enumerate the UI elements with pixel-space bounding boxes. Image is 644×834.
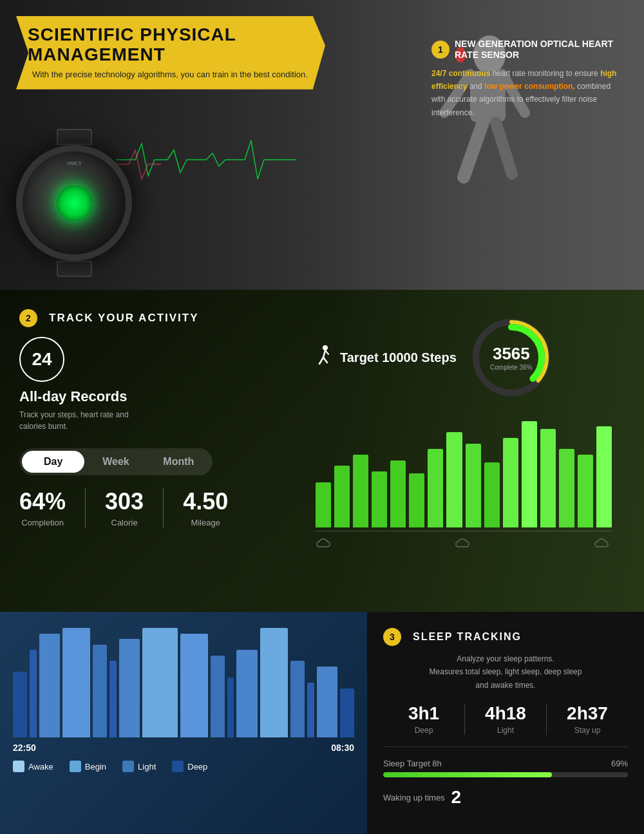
light-label: Light <box>465 726 546 735</box>
sleep-bar-16 <box>317 667 338 738</box>
sensor-badge: 1 <box>431 41 450 59</box>
steps-ring: 3565 Complete 36% <box>469 316 553 399</box>
steps-section: Target 10000 Steps 3565 Complete 36% <box>316 316 612 399</box>
sleep-progress-fill <box>383 772 552 777</box>
legend-deep-label: Deep <box>187 762 207 772</box>
waking-label: Waking up times <box>383 793 445 802</box>
sleep-bar-1 <box>13 672 27 737</box>
sleep-bar-15 <box>307 683 314 737</box>
cloud-icon-3 <box>594 536 612 549</box>
sleep-stat-stayup: 2h37 Stay up <box>547 703 628 735</box>
sleep-time-end: 08:30 <box>331 743 354 753</box>
sleep-bar-12 <box>236 650 258 737</box>
sleep-chart-panel: 22:50 08:30 Awake Begin Light Deep <box>0 612 367 834</box>
hero-subtitle: With the precise technology algorithms, … <box>28 69 312 81</box>
svg-line-2 <box>464 122 483 177</box>
sleep-bar-5 <box>93 645 107 738</box>
steps-label-area: Target 10000 Steps <box>316 345 457 370</box>
sensor-title: NEW GENERATION OPTICAL HEART RATE SENSOR <box>455 39 618 61</box>
sleep-bar-13 <box>260 628 288 737</box>
allday-title: All-day Records <box>19 388 238 405</box>
bar-13 <box>540 429 556 527</box>
activity-content: 2 TRACK YOUR ACTIVITY 24 All-day Records… <box>19 309 625 527</box>
sleep-bar-7 <box>119 639 140 737</box>
activity-right: Target 10000 Steps 3565 Complete 36% <box>316 316 612 549</box>
hours-circle: 24 <box>19 337 64 382</box>
svg-line-9 <box>319 357 323 364</box>
sleep-section: 22:50 08:30 Awake Begin Light Deep <box>0 612 644 834</box>
legend-light-label: Light <box>138 762 156 772</box>
sleep-stat-deep: 3h1 Deep <box>383 703 465 735</box>
heartbeat-line <box>116 137 296 182</box>
sleep-header: 3 SLEEP TRACKING <box>383 628 628 646</box>
sleep-bar-10 <box>211 656 225 738</box>
bar-3 <box>353 455 368 527</box>
calorie-value: 303 <box>105 488 144 515</box>
activity-bar-chart <box>316 415 612 531</box>
sleep-bar-4 <box>62 628 90 737</box>
bar-14 <box>559 449 574 527</box>
sleep-bar-2 <box>30 650 37 737</box>
cloud-icon-1 <box>316 536 334 549</box>
sleep-description: Analyze your sleep patterns. Measures to… <box>383 652 628 692</box>
svg-line-11 <box>325 350 328 354</box>
allday-desc: Track your steps, heart rate and calorie… <box>19 409 148 432</box>
sleep-target-label: Sleep Target 8h <box>383 759 442 768</box>
completion-value: 64% <box>19 488 66 515</box>
bar-8 <box>446 432 462 527</box>
stat-calorie: 303 Calorie <box>86 488 164 527</box>
watch-band-top <box>57 129 92 145</box>
tab-month[interactable]: Month <box>147 451 210 473</box>
sleep-info-panel: 3 SLEEP TRACKING Analyze your sleep patt… <box>367 612 644 834</box>
legend-deep-dot <box>172 761 184 772</box>
sleep-target-pct: 69% <box>611 759 628 768</box>
sleep-bar-17 <box>340 688 354 738</box>
activity-badge: 2 <box>19 309 37 327</box>
sleep-bars-container <box>13 628 354 737</box>
stayup-label: Stay up <box>547 726 628 735</box>
mileage-value: 4.50 <box>183 488 228 515</box>
deep-value: 3h1 <box>383 703 464 724</box>
legend-deep: Deep <box>172 761 207 772</box>
cloud-icon-2 <box>455 536 473 549</box>
bar-5 <box>390 460 406 527</box>
legend-awake-label: Awake <box>28 762 53 772</box>
legend-begin: Begin <box>70 761 106 772</box>
chart-icons <box>316 536 612 549</box>
sensor-info-box: 1 NEW GENERATION OPTICAL HEART RATE SENS… <box>431 39 618 119</box>
watch-face: VIBE 5 <box>16 145 132 261</box>
tab-day[interactable]: Day <box>22 451 84 473</box>
heart-rate-sensor <box>57 185 92 221</box>
sensor-description: 24/7 continuous heart rate monitoring to… <box>431 67 618 120</box>
sleep-badge: 3 <box>383 628 401 646</box>
tab-week[interactable]: Week <box>84 451 147 473</box>
stat-mileage: 4.50 Mileage <box>164 488 247 527</box>
bar-1 <box>316 482 331 527</box>
ring-inner-content: 3565 Complete 36% <box>469 316 553 399</box>
watch-band-bottom <box>57 261 92 277</box>
sleep-time-start: 22:50 <box>13 743 36 753</box>
hero-main-title: SCIENTIFIC PHYSICAL MANAGEMENT <box>28 25 312 65</box>
bar-11 <box>503 438 518 527</box>
period-tabs: Day Week Month <box>19 448 213 475</box>
sleep-bar-6 <box>109 661 117 737</box>
bar-10 <box>484 462 500 527</box>
sleep-stats-row: 3h1 Deep 4h18 Light 2h37 Stay up <box>383 703 628 747</box>
sleep-bar-14 <box>290 661 305 737</box>
sleep-target-header: Sleep Target 8h 69% <box>383 759 628 768</box>
bar-16 <box>596 426 612 527</box>
svg-line-8 <box>323 350 325 357</box>
activity-title: TRACK YOUR ACTIVITY <box>49 312 199 325</box>
watch-brand: VIBE 5 <box>67 161 81 166</box>
sleep-time-labels: 22:50 08:30 <box>13 743 354 753</box>
hours-number: 24 <box>32 349 52 370</box>
calorie-label: Calorie <box>105 518 144 527</box>
steps-value: 3565 <box>493 344 530 364</box>
bar-2 <box>334 466 350 527</box>
sleep-stat-light: 4h18 Light <box>465 703 547 735</box>
sensor-text-2: heart rate monitoring to ensure <box>490 69 600 78</box>
watch-illustration: VIBE 5 <box>16 129 132 277</box>
activity-section: 2 TRACK YOUR ACTIVITY 24 All-day Records… <box>0 290 644 612</box>
hero-section: SCIENTIFIC PHYSICAL MANAGEMENT With the … <box>0 0 644 290</box>
sleep-bar-3 <box>39 634 61 738</box>
